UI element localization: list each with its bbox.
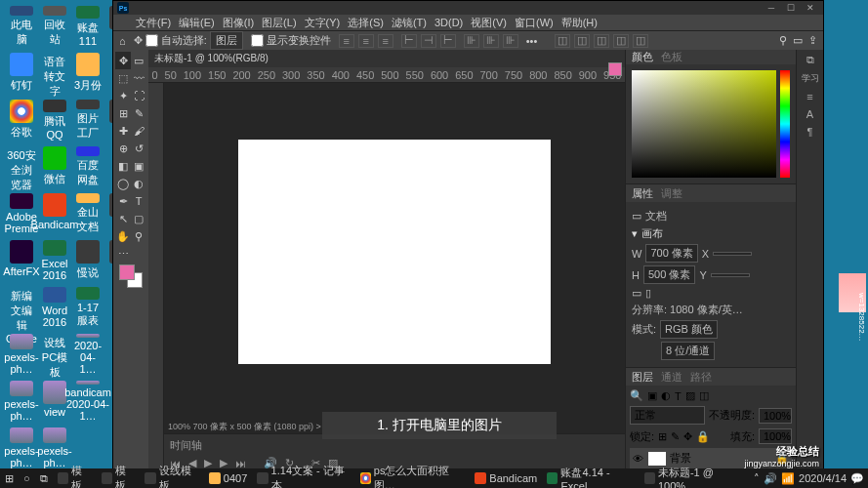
blur-tool[interactable]: ◯ [115, 175, 131, 192]
align-icon[interactable]: ≡ [358, 34, 374, 48]
taskbar-item[interactable]: 未标题-1 @ 100%… [640, 468, 754, 488]
desktop-icon[interactable]: pexels-ph… [6, 427, 37, 468]
filter-icon[interactable]: ◐ [661, 389, 671, 402]
desktop-icon[interactable]: 回收站 [39, 6, 70, 47]
canvas-stage[interactable] [164, 83, 625, 420]
para-panel-icon[interactable]: ¶ [807, 126, 813, 138]
heal-tool[interactable]: ✚ [115, 122, 131, 140]
close-button[interactable]: ✕ [802, 2, 819, 14]
dodge-tool[interactable]: ◐ [131, 175, 146, 192]
path-tool[interactable]: ↖ [115, 210, 131, 227]
hue-slider[interactable] [780, 70, 790, 178]
filter-icon[interactable]: T [675, 390, 682, 402]
minimize-button[interactable]: ─ [763, 2, 780, 14]
brush-panel-icon[interactable]: ⧉ [806, 54, 814, 66]
desktop-icon[interactable]: 语音转文字 [39, 53, 70, 94]
taskbar-item[interactable]: 账盘4.14 - Excel [542, 468, 639, 488]
taskbar-item[interactable]: 模板 [97, 468, 141, 488]
marquee-tool[interactable]: ⬚ [115, 69, 131, 87]
history-brush-tool[interactable]: ↺ [131, 140, 146, 157]
tray-chevron-icon[interactable]: ˄ [754, 472, 760, 485]
align-right-icon[interactable]: ⊢ [440, 34, 456, 48]
height-field[interactable]: 500 像素 [643, 265, 695, 284]
x-field[interactable] [713, 252, 752, 256]
menu-item[interactable]: 3D(D) [432, 17, 466, 28]
notification-icon[interactable]: 💬 [850, 472, 864, 485]
search-icon[interactable]: ○ [19, 468, 35, 488]
share-icon[interactable]: ⇪ [808, 34, 817, 47]
desktop-icon[interactable]: 新编文编辑 Online [6, 287, 37, 328]
taskbar-item[interactable]: 0407 [204, 468, 252, 488]
taskbar-item[interactable]: 设线模板 [140, 468, 203, 488]
last-frame-icon[interactable]: ⏭ [235, 458, 246, 469]
color-swatch[interactable] [115, 263, 146, 292]
clock[interactable]: 2020/4/14 [799, 473, 847, 484]
desktop-icon[interactable]: 360安全浏览器 [6, 146, 37, 187]
orient-icon[interactable]: ▯ [645, 287, 651, 300]
maximize-button[interactable]: ☐ [782, 2, 800, 14]
desktop-icon[interactable]: 设线PC模板 [39, 334, 70, 375]
align-icon[interactable]: ≡ [339, 34, 354, 48]
lasso-tool[interactable]: 〰 [131, 69, 146, 87]
bits-dropdown[interactable]: 8 位/通道 [661, 342, 715, 360]
home-icon[interactable]: ⌂ [119, 35, 126, 47]
move-tool-icon[interactable]: ✥ [134, 34, 143, 47]
show-transform-checkbox[interactable] [251, 34, 264, 47]
align-center-icon[interactable]: ⊣ [421, 34, 436, 48]
visibility-icon[interactable]: 👁 [633, 453, 644, 465]
lock-icon[interactable]: 🔒 [696, 430, 710, 443]
desktop-icon[interactable]: 2020-04-1… [72, 334, 103, 375]
menu-item[interactable]: 帮助(H) [558, 16, 600, 30]
desktop-icon[interactable]: 腾讯QQ [39, 100, 70, 141]
crop-tool[interactable]: ⛶ [131, 87, 146, 104]
document-tab[interactable]: 未标题-1 @ 100%(RGB/8) [148, 50, 625, 67]
desktop-icon[interactable]: 百度网盘 [72, 146, 103, 187]
taskbar-item[interactable]: Bandicam [470, 468, 542, 488]
desktop-icon[interactable]: 慢说 [72, 240, 103, 281]
fill-field[interactable]: 100% [759, 428, 792, 444]
layer-name[interactable]: 背景 [670, 451, 691, 466]
move-tool[interactable]: ✥ [115, 52, 131, 69]
desktop-icon[interactable]: 图片工厂 [72, 100, 103, 141]
filter-icon[interactable]: ▨ [685, 389, 695, 402]
desktop-icon[interactable]: pexels-ph… [6, 334, 37, 375]
width-field[interactable]: 700 像素 [645, 244, 697, 263]
lock-icon[interactable]: ✎ [671, 430, 680, 443]
desktop-icon[interactable]: Excel 2016 [39, 240, 70, 281]
menu-item[interactable]: 文字(Y) [302, 16, 344, 30]
y-field[interactable] [711, 273, 750, 277]
filter-icon[interactable]: ◫ [699, 389, 709, 402]
desktop-icon[interactable]: pexels-ph… [6, 381, 37, 422]
lock-icon[interactable]: ⊞ [658, 430, 667, 443]
desktop-icon[interactable]: 微信 [39, 146, 70, 187]
hand-tool[interactable]: ✋ [115, 227, 131, 245]
eyedropper-tool[interactable]: ✎ [131, 104, 146, 122]
desktop-icon[interactable]: 3月份 [72, 53, 103, 94]
channels-tab[interactable]: 通道 [661, 370, 682, 385]
align-icon[interactable]: ≡ [378, 34, 393, 48]
history-panel-icon[interactable]: ≡ [806, 91, 812, 102]
more-options[interactable]: ••• [526, 35, 538, 47]
mode3d-icon[interactable]: ◫ [594, 34, 609, 48]
layer-thumbnail[interactable] [648, 452, 666, 466]
mode3d-icon[interactable]: ◫ [613, 34, 629, 48]
menu-item[interactable]: 视图(V) [468, 16, 510, 30]
properties-tab[interactable]: 属性 [632, 186, 653, 201]
distribute-icon[interactable]: ⊪ [464, 34, 479, 48]
mode3d-icon[interactable]: ◫ [633, 34, 648, 48]
desktop-icon[interactable]: Bandicam [39, 193, 70, 234]
taskbar-item[interactable]: 模板 [53, 468, 97, 488]
desktop-icon[interactable]: 谷歌 [6, 100, 37, 141]
color-field[interactable] [632, 70, 776, 178]
filter-icon[interactable]: 🔍 [630, 389, 643, 402]
task-view-icon[interactable]: ⧉ [35, 468, 53, 488]
type-tool[interactable]: T [131, 192, 146, 210]
desktop-icon[interactable]: 账盘111 [72, 6, 103, 47]
layer-dropdown[interactable]: 图层 [210, 31, 243, 50]
distribute-icon[interactable]: ⊪ [503, 34, 518, 48]
align-left-icon[interactable]: ⊢ [401, 34, 417, 48]
workspace-icon[interactable]: ▭ [793, 34, 803, 47]
desktop-icon[interactable]: 钉钉 [6, 53, 37, 94]
zoom-tool[interactable]: ⚲ [131, 227, 146, 245]
shape-tool[interactable]: ▢ [131, 210, 146, 227]
